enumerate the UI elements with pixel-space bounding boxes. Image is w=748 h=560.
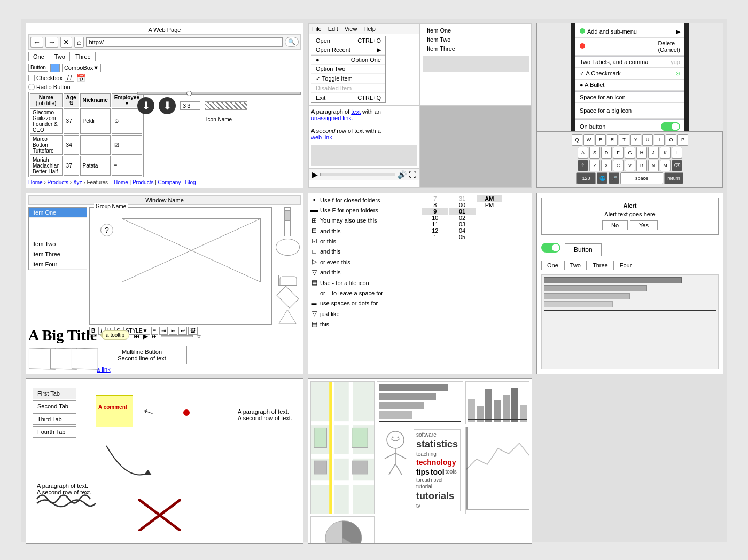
- key-f[interactable]: F: [613, 147, 624, 159]
- tab-three[interactable]: Three: [71, 52, 96, 61]
- menu-open-recent[interactable]: Open Recent ▶: [311, 45, 385, 55]
- sidebar-tab-fourth[interactable]: Fourth Tab: [33, 426, 76, 438]
- number-stepper[interactable]: 3: [180, 101, 200, 110]
- key-p[interactable]: P: [677, 134, 688, 146]
- forward-button[interactable]: →: [45, 37, 58, 48]
- video-progress[interactable]: [320, 173, 395, 176]
- bc-blog[interactable]: Blog: [185, 179, 196, 185]
- menu-exit[interactable]: Exit CTRL+Q: [311, 93, 385, 102]
- scrollbar-thumb[interactable]: [285, 210, 290, 221]
- multiline-button[interactable]: Multiline Button Second line of text: [97, 346, 187, 364]
- key-y[interactable]: Y: [630, 134, 641, 146]
- date-field[interactable]: / /: [65, 74, 74, 82]
- slider-track[interactable]: [137, 92, 301, 95]
- menu-option-two[interactable]: Option Two: [311, 65, 385, 74]
- color-well[interactable]: [50, 64, 60, 72]
- menu-toggle[interactable]: ✓ Toggle Item: [311, 74, 385, 84]
- bc-home-1[interactable]: Home: [28, 179, 43, 185]
- key-z[interactable]: Z: [589, 160, 600, 171]
- key-a[interactable]: A: [578, 147, 588, 159]
- key-backspace[interactable]: ⌫: [672, 160, 682, 171]
- tab-two[interactable]: Two: [564, 261, 587, 270]
- outdent-btn[interactable]: ⇤: [169, 327, 177, 335]
- help-icon[interactable]: ?: [100, 224, 113, 236]
- back-button[interactable]: ←: [30, 37, 43, 48]
- home-button[interactable]: ⌂: [74, 37, 84, 48]
- ampm-pm[interactable]: PM: [477, 202, 503, 208]
- button-widget[interactable]: Button: [28, 64, 48, 72]
- para-web-link[interactable]: web link: [311, 134, 332, 140]
- phone-space-icon[interactable]: Space for an icon: [575, 92, 684, 103]
- time-9[interactable]: 9: [422, 208, 448, 215]
- key-u[interactable]: U: [642, 134, 653, 146]
- key-j[interactable]: J: [648, 147, 659, 159]
- slider-thumb[interactable]: [186, 91, 192, 96]
- menu-edit[interactable]: Edit: [328, 26, 338, 32]
- bc-xyz[interactable]: Xyz: [73, 179, 82, 185]
- tab-two[interactable]: Two: [50, 52, 70, 61]
- calendar-icon[interactable]: 📅: [76, 74, 85, 82]
- key-n[interactable]: N: [648, 160, 659, 171]
- key-space[interactable]: space: [620, 172, 663, 184]
- phone-bullet[interactable]: ● A Bullet ≡: [575, 80, 684, 91]
- tab-one[interactable]: One: [28, 52, 49, 61]
- play-icon[interactable]: ▶: [312, 170, 318, 179]
- bc-home-2[interactable]: Home: [114, 179, 128, 185]
- list-btn[interactable]: ≡: [151, 327, 159, 335]
- phone-space-big-icon[interactable]: Space for a big icon: [575, 103, 684, 119]
- tab-four[interactable]: Four: [614, 261, 638, 270]
- key-return[interactable]: return: [664, 172, 683, 184]
- fullscreen-icon[interactable]: ⛶: [409, 170, 416, 179]
- list-item-one[interactable]: Item One: [423, 26, 529, 35]
- address-bar[interactable]: [86, 37, 283, 47]
- list-item-three[interactable]: Item Three: [423, 44, 529, 53]
- menu-option-one[interactable]: ● Option One: [311, 55, 385, 65]
- key-l[interactable]: L: [672, 147, 682, 159]
- key-v[interactable]: V: [625, 160, 635, 171]
- sidebar-tab-third[interactable]: Third Tab: [33, 413, 76, 425]
- tab-one[interactable]: One: [541, 261, 564, 270]
- list-item-two[interactable]: Item Two: [29, 239, 87, 249]
- menu-open[interactable]: Open CTRL+O: [311, 36, 385, 45]
- volume-icon[interactable]: 🔊: [398, 170, 407, 179]
- min-01[interactable]: 01: [449, 208, 476, 215]
- combo-box[interactable]: ComboBox ▼: [62, 64, 101, 72]
- scrollbar-v[interactable]: [284, 207, 291, 237]
- para-link-unassigned[interactable]: unassigned link.: [311, 115, 353, 121]
- link[interactable]: a link: [97, 366, 187, 373]
- key-globe[interactable]: 🌐: [597, 172, 607, 184]
- bc-products-2[interactable]: Products: [133, 179, 153, 185]
- key-g[interactable]: G: [625, 147, 635, 159]
- key-k[interactable]: K: [660, 147, 671, 159]
- bc-products-1[interactable]: Products: [48, 179, 68, 185]
- stop-button[interactable]: ✕: [60, 37, 72, 48]
- key-i[interactable]: I: [654, 134, 665, 146]
- image-btn[interactable]: 🖼: [188, 327, 198, 335]
- list-item-one[interactable]: Item One: [29, 208, 87, 218]
- go-button[interactable]: 🔍: [285, 37, 299, 47]
- undo-btn[interactable]: ↩: [178, 327, 187, 335]
- big-button[interactable]: Button: [565, 243, 602, 256]
- key-o[interactable]: O: [666, 134, 676, 146]
- key-shift[interactable]: ⇧: [578, 160, 588, 171]
- ampm-am[interactable]: AM: [477, 195, 503, 202]
- sidebar-tab-first[interactable]: First Tab: [33, 388, 76, 399]
- radio-button[interactable]: Radio Button: [28, 84, 71, 90]
- bold-btn[interactable]: B: [89, 327, 97, 335]
- alert-yes-btn[interactable]: Yes: [630, 220, 658, 230]
- alert-no-btn[interactable]: No: [602, 220, 628, 230]
- list-item-three[interactable]: Item Three: [29, 249, 87, 259]
- checkbox[interactable]: Checkbox: [28, 75, 63, 81]
- key-q[interactable]: Q: [572, 134, 582, 146]
- phone-add-submenu[interactable]: Add and sub-menu ▶: [575, 26, 684, 38]
- key-mic[interactable]: 🎤: [609, 172, 619, 184]
- menu-view[interactable]: View: [345, 26, 357, 32]
- phone-delete[interactable]: Delete(Cancel): [575, 38, 684, 56]
- key-c[interactable]: C: [613, 160, 624, 171]
- key-x[interactable]: X: [601, 160, 612, 171]
- menu-help[interactable]: Help: [363, 26, 376, 32]
- key-m[interactable]: M: [660, 160, 671, 171]
- key-123[interactable]: 123: [576, 172, 596, 184]
- list-item-two[interactable]: Item Two: [423, 35, 529, 44]
- radio-circle[interactable]: [28, 84, 35, 90]
